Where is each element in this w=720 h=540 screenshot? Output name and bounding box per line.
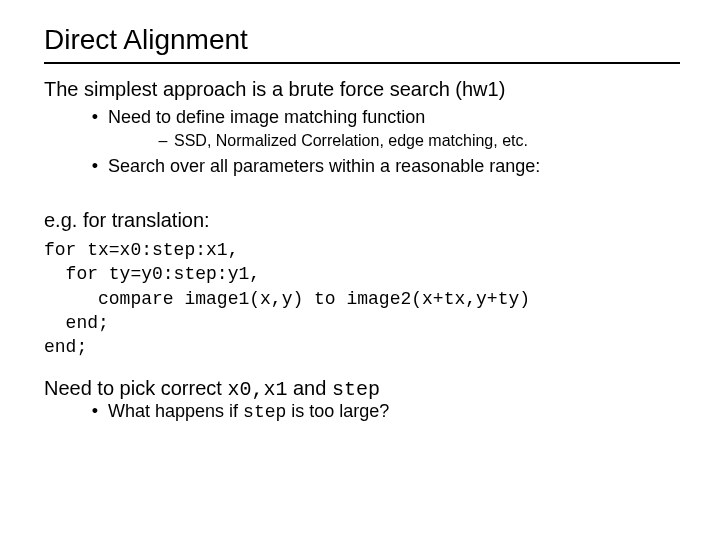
subbullet-text: SSD, Normalized Correlation, edge matchi… (174, 132, 528, 150)
closing-pre: Need to pick correct (44, 377, 227, 399)
closing-bullet-item: What happens if step is too large? (82, 401, 680, 422)
code-block: for tx=x0:step:x1, for ty=y0:step:y1, co… (44, 238, 680, 359)
title-rule (44, 62, 680, 64)
bullet-list-l1: Search over all parameters within a reas… (82, 156, 680, 177)
bullet-list-l2: SSD, Normalized Correlation, edge matchi… (152, 132, 680, 150)
closing-bullet-content: What happens if step is too large? (108, 401, 389, 422)
slide-title: Direct Alignment (44, 24, 680, 56)
closing-bullet-post: is too large? (286, 401, 389, 421)
closing-mid: and (287, 377, 331, 399)
closing-bullet-list: What happens if step is too large? (82, 401, 680, 422)
closing-bullet-pre: What happens if (108, 401, 243, 421)
intro-text: The simplest approach is a brute force s… (44, 78, 680, 101)
closing-bullet-mono: step (243, 402, 286, 422)
bullet-item-1: Need to define image matching function (82, 107, 680, 128)
closing-mono-2: step (332, 378, 380, 401)
bullet-text: Need to define image matching function (108, 107, 425, 128)
bullet-text: Search over all parameters within a reas… (108, 156, 540, 177)
slide: Direct Alignment The simplest approach i… (0, 0, 720, 450)
bullet-list-l1: Need to define image matching function (82, 107, 680, 128)
closing-mono-1: x0,x1 (227, 378, 287, 401)
bullet-item-2: Search over all parameters within a reas… (82, 156, 680, 177)
example-label: e.g. for translation: (44, 209, 680, 232)
subbullet-item-1: SSD, Normalized Correlation, edge matchi… (152, 132, 680, 150)
closing-line: Need to pick correct x0,x1 and step (44, 377, 680, 401)
